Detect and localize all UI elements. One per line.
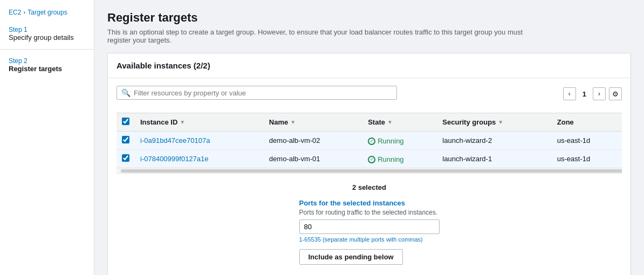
table-row: i-078400999f0127a1e demo-alb-vm-01 ✓ Run…: [117, 150, 622, 168]
sort-instance-id-icon[interactable]: ▼: [180, 119, 185, 125]
col-instance-id: Instance ID ▼: [135, 113, 264, 132]
prev-page-button[interactable]: ‹: [563, 87, 576, 100]
status-text-1: Running: [378, 155, 403, 163]
next-page-button[interactable]: ›: [593, 87, 606, 100]
cell-name-1: demo-alb-vm-01: [264, 150, 362, 168]
sidebar: EC2 › Target groups Step 1 Specify group…: [0, 0, 94, 275]
row-checkbox-cell-1[interactable]: [117, 150, 135, 168]
panel-title: Available instances (2/2): [108, 53, 631, 78]
cell-instance-id-0: i-0a91bd47cee70107a: [135, 132, 264, 150]
page-title: Register targets: [107, 11, 631, 25]
cell-state-0: ✓ Running: [362, 132, 437, 150]
col-state: State ▼: [362, 113, 437, 132]
main-content: Register targets This is an optional ste…: [94, 0, 644, 275]
instances-table: Instance ID ▼ Name ▼: [117, 113, 622, 168]
search-bar[interactable]: 🔍: [117, 86, 397, 100]
select-all-header[interactable]: [117, 113, 135, 132]
selected-actions: 2 selected Ports for the selected instan…: [117, 173, 622, 275]
breadcrumb-ec2[interactable]: EC2: [9, 9, 21, 16]
scroll-thumb: [121, 169, 622, 173]
available-instances-panel: Available instances (2/2) 🔍 ‹ 1 › ⚙: [107, 53, 631, 275]
step2-name: Register targets: [9, 65, 85, 73]
sidebar-step1: Step 1 Specify group details: [0, 23, 94, 45]
status-running-icon-1: ✓: [368, 156, 375, 163]
select-all-checkbox[interactable]: [122, 118, 129, 125]
cell-name-0: demo-alb-vm-02: [264, 132, 362, 150]
row-checkbox-0[interactable]: [122, 136, 129, 143]
col-name: Name ▼: [264, 113, 362, 132]
sort-name-icon[interactable]: ▼: [290, 119, 296, 125]
cell-zone-0: us-east-1d: [552, 132, 622, 150]
cell-sg-1: launch-wizard-1: [437, 150, 551, 168]
col-security-groups: Security groups ▼: [437, 113, 551, 132]
breadcrumb-target-groups[interactable]: Target groups: [28, 9, 67, 16]
table-settings-button[interactable]: ⚙: [609, 87, 622, 100]
cell-instance-id-1: i-078400999f0127a1e: [135, 150, 264, 168]
cell-state-1: ✓ Running: [362, 150, 437, 168]
cell-zone-1: us-east-1d: [552, 150, 622, 168]
search-icon: 🔍: [121, 88, 131, 97]
row-checkbox-cell-0[interactable]: [117, 132, 135, 150]
sort-state-icon[interactable]: ▼: [387, 119, 393, 125]
include-pending-button[interactable]: Include as pending below: [299, 249, 403, 265]
ports-label: Ports for the selected instances: [299, 199, 440, 207]
panel-body: 🔍 ‹ 1 › ⚙: [108, 78, 631, 275]
step1-name[interactable]: Specify group details: [9, 33, 85, 42]
selected-count: 2 selected: [352, 183, 386, 191]
horizontal-scrollbar[interactable]: [117, 168, 622, 173]
sort-sg-icon[interactable]: ▼: [498, 119, 503, 125]
ports-section: Ports for the selected instances Ports f…: [299, 199, 440, 265]
step1-label: Step 1: [9, 26, 85, 33]
breadcrumb: EC2 › Target groups: [0, 9, 94, 23]
table-row: i-0a91bd47cee70107a demo-alb-vm-02 ✓ Run…: [117, 132, 622, 150]
row-checkbox-1[interactable]: [122, 154, 129, 162]
ports-hint: 1-65535 (separate multiple ports with co…: [299, 236, 440, 243]
ports-sublabel: Ports for routing traffic to the selecte…: [299, 209, 440, 216]
sidebar-step2: Step 2 Register targets: [0, 54, 94, 76]
status-text-0: Running: [378, 137, 403, 145]
page-number: 1: [579, 90, 590, 98]
pagination-row: ‹ 1 › ⚙: [563, 87, 622, 100]
step2-label: Step 2: [9, 57, 85, 65]
ports-input[interactable]: [299, 219, 440, 234]
status-running-icon-0: ✓: [368, 138, 375, 145]
search-input[interactable]: [134, 89, 392, 97]
cell-sg-0: launch-wizard-2: [437, 132, 551, 150]
page-description: This is an optional step to create a tar…: [107, 28, 528, 44]
col-zone: Zone: [552, 113, 622, 132]
